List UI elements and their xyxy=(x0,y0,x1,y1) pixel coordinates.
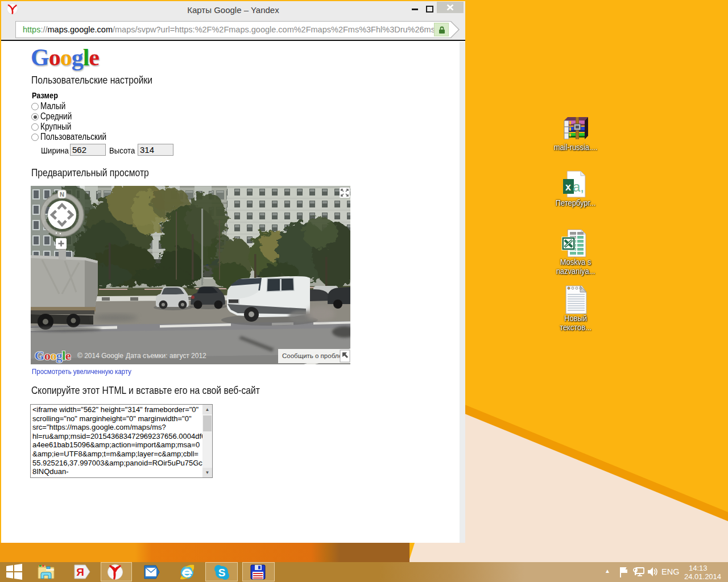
svg-text:Сообщить о проблем: Сообщить о проблем xyxy=(282,352,347,359)
svg-text:N: N xyxy=(60,191,64,198)
svg-text:Google: Google xyxy=(35,348,71,363)
svg-text:© 2014 Google: © 2014 Google xyxy=(77,352,123,360)
svg-text:Я: Я xyxy=(76,566,84,578)
svg-text:a,: a, xyxy=(573,179,584,194)
svg-text:S: S xyxy=(218,567,226,579)
svg-text:Дата съемки: август 2012: Дата съемки: август 2012 xyxy=(126,352,206,360)
svg-text:x: x xyxy=(565,181,571,193)
